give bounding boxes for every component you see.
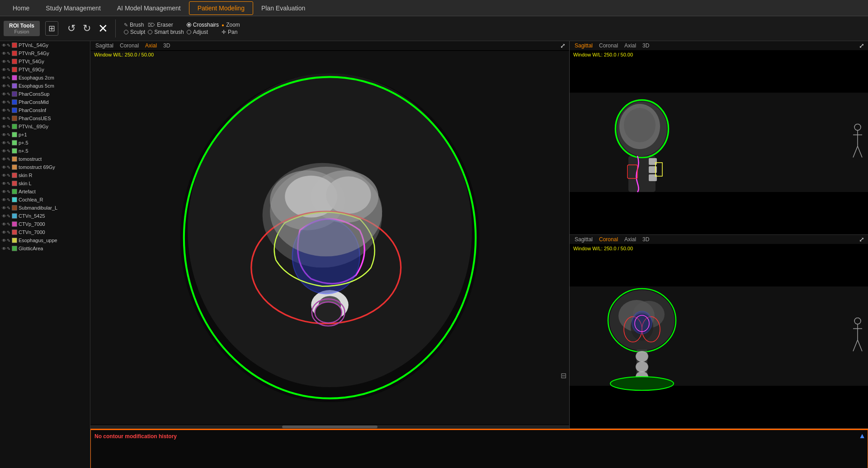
roi-item[interactable]: 👁 ✎ PTVnL_69Gy	[0, 122, 90, 131]
tab-3d-tr[interactable]: 3D	[641, 42, 651, 49]
edit-icon: ✎	[7, 92, 10, 97]
roi-color-swatch	[12, 75, 17, 80]
toolbar-divider	[115, 19, 116, 37]
roi-item[interactable]: 👁 ✎ CTVp_7000	[0, 220, 90, 228]
roi-item[interactable]: 👁 ✎ PTVt_69Gy	[0, 66, 90, 74]
sculpt-radio	[124, 30, 128, 34]
close-button[interactable]: ✕	[95, 21, 111, 37]
tab-axial-main[interactable]: Axial	[144, 42, 158, 49]
edit-icon: ✎	[7, 197, 10, 202]
scroll-indicator[interactable]: ⊟	[561, 371, 566, 380]
eye-icon: 👁	[2, 100, 6, 105]
eye-icon: 👁	[2, 214, 6, 219]
edit-icon: ✎	[7, 67, 10, 72]
roi-item[interactable]: 👁 ✎ PTVnL_54Gy	[0, 41, 90, 49]
nav-plan-evaluation[interactable]: Plan Evaluation	[253, 2, 313, 14]
roi-list-panel[interactable]: 👁 ✎ PTVnL_54Gy 👁 ✎ PTVnR_54Gy 👁 ✎ PTVt_5…	[0, 41, 90, 468]
roi-item[interactable]: 👁 ✎ CTVn_5425	[0, 212, 90, 220]
roi-color-swatch	[12, 189, 17, 194]
history-scroll-up-button[interactable]: ▲	[859, 432, 866, 440]
body-figure-tr	[851, 124, 864, 161]
tab-sagittal-tr[interactable]: Sagittal	[573, 42, 594, 49]
roi-item[interactable]: 👁 ✎ Esophagus 2cm	[0, 74, 90, 82]
roi-name: CTVp_7000	[19, 221, 45, 227]
roi-item[interactable]: 👁 ✎ Esophagus 5cm	[0, 82, 90, 90]
roi-color-swatch	[12, 197, 17, 202]
tab-3d-main[interactable]: 3D	[162, 42, 171, 49]
tab-sagittal-br[interactable]: Sagittal	[573, 236, 594, 243]
eraser-tool[interactable]: ⌦ Eraser	[148, 22, 184, 28]
roi-item[interactable]: 👁 ✎ tomostruct 69Gy	[0, 163, 90, 171]
roi-item[interactable]: 👁 ✎ p+.5	[0, 139, 90, 147]
roi-item[interactable]: 👁 ✎ Cochlea_R	[0, 196, 90, 204]
roi-name: PTVnL_69Gy	[19, 124, 48, 129]
roi-color-swatch	[12, 108, 17, 113]
bottom-right-viewport[interactable]: Sagittal Coronal Axial 3D ⤢ Window W/L: …	[570, 235, 868, 429]
roi-item[interactable]: 👁 ✎ PharConsMid	[0, 98, 90, 106]
expand-main-icon[interactable]: ⤢	[560, 42, 566, 49]
roi-color-swatch	[12, 181, 17, 186]
tab-axial-tr[interactable]: Axial	[623, 42, 637, 49]
tab-3d-br[interactable]: 3D	[641, 236, 651, 243]
roi-item[interactable]: 👁 ✎ GlotticArea	[0, 244, 90, 253]
tab-coronal-tr[interactable]: Coronal	[598, 42, 619, 49]
roi-item[interactable]: 👁 ✎ PharConsSup	[0, 90, 90, 98]
edit-icon: ✎	[7, 108, 10, 113]
expand-br-icon[interactable]: ⤢	[859, 236, 864, 243]
roi-item[interactable]: 👁 ✎ PharConsUES	[0, 114, 90, 122]
roi-item[interactable]: 👁 ✎ Artefact	[0, 187, 90, 196]
zoom-tool[interactable]: ● Zoom	[222, 22, 240, 28]
roi-item[interactable]: 👁 ✎ PTVnR_54Gy	[0, 49, 90, 57]
viewports-area: Sagittal Coronal Axial 3D ⤢ Window W/L: …	[90, 41, 868, 468]
roi-item[interactable]: 👁 ✎ skin L	[0, 179, 90, 187]
tab-coronal-main[interactable]: Coronal	[118, 42, 140, 49]
smart-brush-tool[interactable]: Smart brush	[148, 29, 184, 35]
undo-button[interactable]: ↺	[65, 22, 78, 35]
layout-quad-button[interactable]: ⊞	[45, 21, 58, 36]
nav-patient-modeling[interactable]: Patient Modeling	[189, 1, 253, 15]
tab-sagittal-main[interactable]: Sagittal	[94, 42, 115, 49]
roi-item[interactable]: 👁 ✎ PharConsInf	[0, 106, 90, 114]
pan-tool[interactable]: ✛ Pan	[222, 29, 240, 35]
roi-name: tomostruct 69Gy	[19, 164, 55, 170]
roi-name: PharConsMid	[19, 99, 49, 105]
roi-item[interactable]: 👁 ✎ PTVt_54Gy	[0, 57, 90, 66]
nav-home[interactable]: Home	[5, 2, 38, 14]
eye-icon: 👁	[2, 206, 6, 211]
roi-name: p+1	[19, 132, 27, 137]
svg-line-31	[853, 146, 858, 158]
adjust-tool[interactable]: Adjust	[187, 29, 219, 35]
tab-axial-br[interactable]: Axial	[623, 236, 637, 243]
eye-icon: 👁	[2, 51, 6, 56]
roi-name: Artefact	[19, 189, 36, 194]
edit-icon: ✎	[7, 75, 10, 80]
svg-line-52	[858, 340, 862, 351]
expand-tr-icon[interactable]: ⤢	[859, 42, 864, 49]
roi-item[interactable]: 👁 ✎ CTVn_7000	[0, 228, 90, 236]
roi-item[interactable]: 👁 ✎ skin R	[0, 171, 90, 179]
crosshairs-tool[interactable]: Crosshairs	[187, 22, 219, 28]
nav-ai-model-management[interactable]: AI Model Management	[109, 2, 189, 14]
svg-line-51	[853, 340, 858, 351]
main-viewport[interactable]: Sagittal Coronal Axial 3D ⤢ Window W/L: …	[90, 41, 570, 429]
roi-item[interactable]: 👁 ✎ p+1	[0, 131, 90, 139]
redo-button[interactable]: ↻	[80, 22, 94, 35]
top-right-viewport[interactable]: Sagittal Coronal Axial 3D ⤢ Window W/L: …	[570, 41, 868, 235]
brush-tool[interactable]: ✎ Brush	[124, 22, 145, 28]
edit-icon: ✎	[7, 238, 10, 243]
toolbar: ROI Tools Fusion ⊞ ↺ ↻ ✕ ✎ Brush ⌦ Erase…	[0, 16, 868, 41]
sculpt-tool[interactable]: Sculpt	[124, 29, 145, 35]
main-hscroll[interactable]	[90, 425, 569, 429]
nav-study-management[interactable]: Study Management	[38, 2, 108, 14]
edit-icon: ✎	[7, 43, 10, 48]
roi-name: Cochlea_R	[19, 197, 43, 202]
roi-item[interactable]: 👁 ✎ Submandibular_L	[0, 204, 90, 212]
roi-item[interactable]: 👁 ✎ Esophagus_uppe	[0, 236, 90, 244]
body-figure-br	[851, 318, 864, 355]
tools-grid: ✎ Brush ⌦ Eraser Crosshairs ● Zoom Sculp…	[124, 22, 240, 35]
roi-item[interactable]: 👁 ✎ tomostruct	[0, 155, 90, 163]
roi-item[interactable]: 👁 ✎ n+.5	[0, 147, 90, 155]
roi-name: Esophagus 5cm	[19, 83, 54, 89]
tab-coronal-br[interactable]: Coronal	[598, 236, 619, 243]
eye-icon: 👁	[2, 116, 6, 121]
